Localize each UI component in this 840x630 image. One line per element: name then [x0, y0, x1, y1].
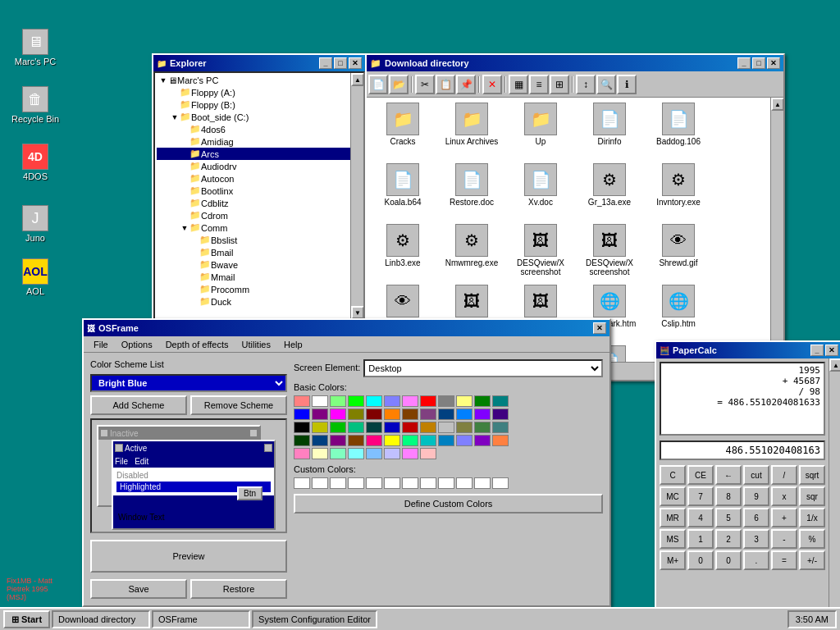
restore-btn[interactable]: Restore	[190, 579, 287, 599]
tb-btn-1[interactable]: 📄	[368, 75, 388, 94]
calc-btn-MS[interactable]: MS	[660, 529, 686, 549]
tb-filter-btn[interactable]: 🔍	[596, 75, 616, 94]
file-cracks[interactable]: 📁 Cracks	[370, 101, 436, 158]
calc-btn-sqrt[interactable]: sqrt	[799, 465, 825, 485]
color-swatch-004080[interactable]	[438, 409, 454, 420]
color-swatch-80ff80[interactable]	[330, 395, 346, 407]
custom-swatch-3[interactable]	[348, 477, 364, 489]
color-swatch-00ff00[interactable]	[348, 395, 364, 407]
color-swatch-ffff80[interactable]	[456, 395, 472, 407]
taskbar-item-osframe[interactable]: OSFrame	[152, 610, 250, 628]
calc-btn-x[interactable]: x	[771, 486, 797, 506]
color-swatch-c0c0ff[interactable]	[384, 448, 400, 459]
calc-btn-8[interactable]: 8	[715, 486, 742, 506]
color-swatch-ff0080[interactable]	[366, 435, 382, 446]
papercalc-titlebar[interactable]: 🧮 PaperCalc _ ✕	[656, 342, 840, 358]
color-swatch-00c080[interactable]	[348, 422, 364, 433]
calc-btn-_[interactable]: -	[771, 529, 797, 549]
tree-4dos6[interactable]: 📁 4dos6	[157, 123, 350, 135]
calc-btn-6[interactable]: 6	[743, 508, 769, 527]
file-restore[interactable]: 📄 Restore.doc	[439, 162, 504, 219]
download-close-btn[interactable]: ✕	[767, 57, 780, 69]
file-desq2[interactable]: 🖼 DESQview/X screenshot	[577, 222, 642, 280]
color-swatch-808040[interactable]	[456, 422, 472, 433]
color-swatch-ff8080[interactable]	[294, 395, 310, 407]
explorer-titlebar[interactable]: 📁 Explorer _ □ ✕	[153, 55, 365, 71]
color-swatch-00ff80[interactable]	[402, 435, 418, 446]
color-swatch-808000[interactable]	[348, 409, 364, 420]
calc-btn-5[interactable]: 5	[715, 508, 742, 527]
taskbar-item-download[interactable]: Download directory	[52, 610, 150, 628]
color-swatch-0080c0[interactable]	[438, 435, 454, 446]
custom-swatch-8[interactable]	[438, 477, 454, 489]
file-gr13a[interactable]: ⚙ Gr_13a.exe	[577, 162, 642, 219]
desktop-icon-marcs-pc[interactable]: 🖥 Marc's PC	[7, 29, 64, 66]
desktop-icon-juno[interactable]: J Juno	[7, 205, 64, 243]
color-swatch-ff0000[interactable]	[420, 395, 436, 407]
tb-view-btn-1[interactable]: ▦	[509, 75, 528, 94]
color-swatch-004080[interactable]	[312, 435, 328, 446]
file-baddog[interactable]: 📄 Baddog.106	[646, 101, 711, 158]
color-swatch-008080[interactable]	[492, 395, 509, 407]
tree-mmail[interactable]: 📁 Mmail	[157, 271, 350, 283]
calc-btn-MC[interactable]: MC	[660, 486, 686, 506]
color-swatch-ff8000[interactable]	[384, 409, 400, 420]
color-swatch-0000ff[interactable]	[294, 409, 310, 420]
color-swatch-408040[interactable]	[474, 422, 491, 433]
tb-btn-2[interactable]: 📂	[389, 75, 409, 94]
define-custom-colors-btn[interactable]: Define Custom Colors	[294, 494, 603, 514]
calc-btn-_[interactable]: /	[771, 465, 797, 485]
color-swatch-ff80ff[interactable]	[402, 395, 418, 407]
color-swatch-ff80c0[interactable]	[294, 448, 310, 459]
color-swatch-400080[interactable]	[492, 409, 509, 420]
color-swatch-0000c0[interactable]	[384, 422, 400, 433]
calc-btn-3[interactable]: 3	[743, 529, 769, 549]
desktop-icon-aol[interactable]: AOL AOL	[7, 258, 64, 296]
explorer-minimize-btn[interactable]: _	[319, 57, 332, 69]
custom-swatch-7[interactable]	[420, 477, 436, 489]
osframe-titlebar[interactable]: 🖼 OSFrame ✕	[84, 320, 609, 336]
download-minimize-btn[interactable]: _	[737, 57, 751, 69]
file-cslip[interactable]: 🌐 Cslip.htm	[646, 283, 711, 340]
color-swatch-800080[interactable]	[312, 409, 328, 420]
tree-procomm[interactable]: 📁 Procomm	[157, 283, 350, 295]
color-swatch-ffc0c0[interactable]	[420, 448, 436, 459]
tree-cdrom[interactable]: 📁 Cdrom	[157, 209, 350, 221]
osframe-close-btn[interactable]: ✕	[593, 322, 606, 334]
calc-scroll-up[interactable]: ▲	[829, 358, 840, 372]
color-swatch-ffff00[interactable]	[384, 435, 400, 446]
explorer-close-btn[interactable]: ✕	[349, 57, 362, 69]
download-dir-titlebar[interactable]: 📁 Download directory _ □ ✕	[367, 55, 783, 71]
color-swatch-80ffc0[interactable]	[330, 448, 346, 459]
custom-swatch-6[interactable]	[402, 477, 418, 489]
color-swatch-008000[interactable]	[474, 395, 491, 407]
color-swatch-c0c000[interactable]	[312, 422, 328, 433]
tb-copy-btn[interactable]: 📋	[436, 75, 455, 94]
explorer-maximize-btn[interactable]: □	[334, 57, 347, 69]
remove-scheme-btn[interactable]: Remove Scheme	[190, 395, 287, 415]
color-swatch-800080[interactable]	[330, 435, 346, 446]
file-koala[interactable]: 📄 Koala.b64	[370, 162, 436, 219]
calc-btn-___[interactable]: +/-	[799, 550, 825, 570]
tree-floppy-a[interactable]: 📁 Floppy (A:)	[157, 86, 350, 98]
tb-paste-btn[interactable]: 📌	[456, 75, 476, 94]
calc-btn-_[interactable]: ←	[715, 465, 742, 485]
color-swatch-ff80ff[interactable]	[402, 448, 418, 459]
dl-scroll-up[interactable]: ▲	[771, 98, 783, 111]
tree-amidiag[interactable]: 📁 Amidiag	[157, 135, 350, 148]
save-btn[interactable]: Save	[90, 579, 187, 599]
papercalc-close-btn[interactable]: ✕	[825, 345, 838, 356]
color-scheme-select[interactable]: Bright Blue	[90, 374, 287, 392]
calc-btn-M_[interactable]: M+	[660, 550, 686, 570]
calc-btn-C[interactable]: C	[660, 465, 686, 485]
color-swatch-8080ff[interactable]	[384, 395, 400, 407]
taskbar-item-sysconfig[interactable]: System Configuration Editor	[252, 610, 377, 628]
calc-btn-cut[interactable]: cut	[743, 465, 769, 485]
download-maximize-btn[interactable]: □	[752, 57, 765, 69]
color-swatch-c08000[interactable]	[420, 422, 436, 433]
color-swatch-ff00ff[interactable]	[330, 409, 346, 420]
calc-btn-_[interactable]: +	[771, 508, 797, 527]
scroll-down-btn[interactable]: ▼	[351, 306, 364, 319]
tree-comm[interactable]: ▼📁 Comm	[157, 221, 350, 234]
scroll-up-btn[interactable]: ▲	[351, 73, 364, 86]
